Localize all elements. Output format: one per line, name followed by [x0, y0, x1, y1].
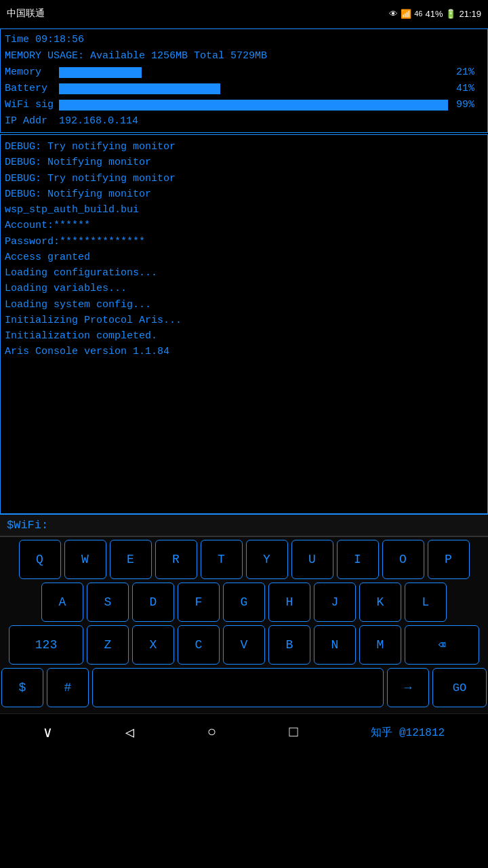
eye-icon: 👁: [389, 9, 398, 19]
signal-text: 46: [414, 9, 422, 18]
keyboard-row-2: ASDFGHJKL: [1, 583, 487, 622]
battery-bar-line: Battery 41%: [5, 81, 483, 97]
memory-label: Memory: [5, 64, 59, 81]
time-text: 21:19: [459, 9, 481, 19]
terminal-line: Aris Console version 1.1.84: [5, 344, 483, 359]
terminal-line: DEBUG: Notifying monitor: [5, 186, 483, 202]
wifi-bar-line: WiFi sig 99%: [5, 97, 483, 113]
terminal-line: DEBUG: Try notifying monitor: [5, 139, 483, 155]
key-d[interactable]: D: [132, 583, 174, 622]
time-value: Time 09:18:56: [5, 32, 84, 48]
wifi-bar-container: [59, 100, 452, 111]
sys-info-panel: Time 09:18:56 MEMORY USAGE: Available 12…: [0, 28, 488, 133]
key-v[interactable]: V: [223, 625, 265, 665]
key-h[interactable]: H: [268, 583, 310, 622]
battery-icon: 🔋: [445, 9, 456, 19]
key-n[interactable]: N: [314, 625, 356, 665]
nav-bar: ∨ ◁ ○ □ 知乎 @121812: [0, 713, 488, 751]
cmd-prompt: $WiFi:: [7, 519, 48, 532]
ip-value: 192.168.0.114: [59, 113, 138, 130]
keyboard-row-3: 123ZXCVBNM⌫: [1, 625, 487, 665]
terminal-line: DEBUG: Try notifying monitor: [5, 171, 483, 186]
key-l[interactable]: L: [405, 583, 447, 622]
key-q[interactable]: Q: [19, 540, 61, 579]
terminal-line: Access granted: [5, 250, 483, 265]
key-i[interactable]: I: [337, 540, 379, 579]
battery-pct-text: 41%: [456, 81, 483, 97]
time-line: Time 09:18:56: [5, 32, 483, 48]
key-o[interactable]: O: [382, 540, 424, 579]
terminal-line: Password:**************: [5, 234, 483, 250]
keyboard: QWERTYUIOP ASDFGHJKL 123ZXCVBNM⌫ $ # → G…: [0, 536, 488, 713]
key-w[interactable]: W: [64, 540, 106, 579]
memory-usage-line: MEMORY USAGE: Available 1256MB Total 572…: [5, 48, 483, 64]
key-p[interactable]: P: [428, 540, 470, 579]
wifi-bar-fill: [59, 100, 448, 111]
memory-bar-fill: [59, 67, 142, 78]
terminal-output: DEBUG: Try notifying monitorDEBUG: Notif…: [0, 134, 488, 514]
wifi-label: WiFi sig: [5, 97, 59, 113]
key-e[interactable]: E: [110, 540, 152, 579]
terminal-line: DEBUG: Notifying monitor: [5, 155, 483, 170]
key-u[interactable]: U: [291, 540, 333, 579]
key-123[interactable]: 123: [9, 625, 83, 665]
key-r[interactable]: R: [155, 540, 197, 579]
key-b[interactable]: B: [268, 625, 310, 665]
key-go[interactable]: GO: [432, 668, 487, 707]
memory-usage-text: MEMORY USAGE: Available 1256MB Total 572…: [5, 48, 267, 64]
keyboard-row-1: QWERTYUIOP: [1, 540, 487, 579]
key-space[interactable]: [92, 668, 384, 707]
terminal-line: Initializing Protocol Aris...: [5, 313, 483, 328]
terminal-line: Loading configurations...: [5, 265, 483, 281]
terminal-line: wsp_stp_auth_build.bui: [5, 202, 483, 218]
key-a[interactable]: A: [41, 583, 83, 622]
key-dollar[interactable]: $: [1, 668, 43, 707]
ip-label: IP Addr: [5, 113, 59, 130]
key-arrow[interactable]: →: [387, 668, 429, 707]
command-input-line[interactable]: $WiFi:: [0, 514, 488, 536]
key-f[interactable]: F: [178, 583, 220, 622]
key-t[interactable]: T: [201, 540, 243, 579]
key-hash[interactable]: #: [47, 668, 89, 707]
key-z[interactable]: Z: [87, 625, 129, 665]
terminal-line: Account:******: [5, 218, 483, 233]
wifi-pct-text: 99%: [456, 97, 483, 113]
terminal-line: Loading variables...: [5, 281, 483, 296]
keyboard-row-4: $ # → GO: [1, 668, 487, 707]
terminal-line: Initialization completed.: [5, 328, 483, 344]
memory-pct-text: 21%: [456, 64, 483, 81]
battery-label: Battery: [5, 81, 59, 97]
status-right: 👁 📶 46 41% 🔋 21:19: [389, 9, 481, 19]
key-j[interactable]: J: [314, 583, 356, 622]
status-bar: 中国联通 👁 📶 46 41% 🔋 21:19: [0, 0, 488, 27]
key-x[interactable]: ⌫: [405, 625, 479, 665]
key-m[interactable]: M: [359, 625, 401, 665]
carrier-text: 中国联通: [7, 7, 45, 20]
memory-bar-container: [59, 67, 452, 78]
wifi-icon: 📶: [401, 9, 411, 19]
battery-text: 41%: [425, 9, 443, 19]
ip-line: IP Addr 192.168.0.114: [5, 113, 483, 130]
battery-bar-container: [59, 83, 452, 94]
key-k[interactable]: K: [359, 583, 401, 622]
key-g[interactable]: G: [223, 583, 265, 622]
nav-home-icon[interactable]: ○: [207, 724, 216, 741]
memory-bar-line: Memory 21%: [5, 64, 483, 81]
nav-recents-icon[interactable]: □: [289, 724, 298, 741]
key-x[interactable]: X: [132, 625, 174, 665]
key-y[interactable]: Y: [246, 540, 288, 579]
nav-down-icon[interactable]: ∨: [43, 724, 52, 742]
nav-brand: 知乎 @121812: [371, 726, 445, 740]
nav-back-icon[interactable]: ◁: [125, 724, 134, 742]
key-c[interactable]: C: [178, 625, 220, 665]
terminal-line: Loading system config...: [5, 297, 483, 313]
key-s[interactable]: S: [87, 583, 129, 622]
battery-bar-fill: [59, 83, 220, 94]
